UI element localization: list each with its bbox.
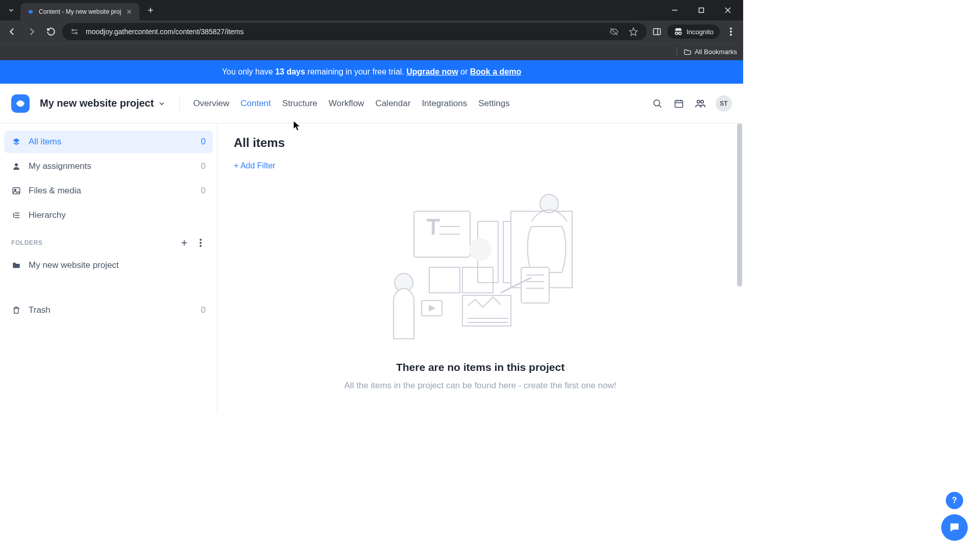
- svg-point-8: [72, 30, 74, 31]
- all-bookmarks-label: All Bookmarks: [695, 48, 737, 56]
- tab-workflow[interactable]: Workflow: [329, 98, 364, 109]
- svg-marker-13: [630, 28, 638, 36]
- hierarchy-icon: [11, 210, 21, 220]
- incognito-indicator[interactable]: Incognito: [667, 24, 720, 39]
- folders-label: FOLDERS: [11, 239, 43, 246]
- folder-icon: [11, 260, 21, 270]
- empty-state-illustration: T: [378, 191, 582, 349]
- sidebar-item-files-media[interactable]: Files & media 0: [4, 180, 213, 202]
- close-window-button[interactable]: [717, 2, 739, 18]
- sidebar-item-hierarchy[interactable]: Hierarchy: [4, 204, 213, 227]
- back-button[interactable]: [4, 23, 20, 40]
- banner-days: 13 days: [275, 67, 305, 76]
- tab-content[interactable]: Content: [240, 98, 271, 109]
- sidebar-item-all-items[interactable]: All items 0: [4, 131, 213, 153]
- svg-rect-61: [462, 295, 511, 326]
- svg-point-42: [200, 242, 202, 244]
- svg-point-32: [15, 163, 18, 166]
- bookmark-star-icon[interactable]: [626, 24, 641, 39]
- sidebar-trash-count: 0: [201, 305, 206, 315]
- maximize-button[interactable]: [690, 2, 713, 18]
- window-controls: [664, 2, 739, 18]
- project-name: My new website project: [40, 97, 154, 109]
- svg-point-20: [730, 31, 732, 33]
- sidebar-item-label: My assignments: [29, 161, 91, 171]
- all-bookmarks-button[interactable]: All Bookmarks: [683, 48, 737, 56]
- svg-point-16: [675, 32, 678, 35]
- browser-chrome: Content - My new website proj moodjoy.ga…: [0, 0, 743, 60]
- search-icon[interactable]: [651, 97, 664, 110]
- tab-overview[interactable]: Overview: [193, 98, 229, 109]
- svg-text:T: T: [427, 215, 440, 239]
- user-avatar[interactable]: ST: [716, 95, 732, 112]
- minimize-button[interactable]: [664, 2, 686, 18]
- tab-structure[interactable]: Structure: [282, 98, 317, 109]
- svg-point-41: [200, 239, 202, 241]
- forward-button[interactable]: [23, 23, 40, 40]
- svg-rect-33: [13, 188, 20, 194]
- sidebar-item-label: All items: [29, 137, 61, 147]
- tab-calendar[interactable]: Calendar: [375, 98, 410, 109]
- svg-point-19: [730, 28, 732, 30]
- chevron-down-icon: [158, 99, 166, 108]
- sidebar-folders-header: FOLDERS: [4, 229, 213, 252]
- empty-state-title: There are no items in this project: [396, 361, 565, 373]
- url-text: moodjoy.gathercontent.com/content/385827…: [86, 28, 602, 36]
- svg-point-21: [730, 34, 732, 36]
- svg-rect-24: [675, 101, 683, 107]
- header-divider: [179, 94, 180, 113]
- banner-prefix: You only have: [222, 67, 275, 76]
- calendar-icon[interactable]: [673, 97, 685, 110]
- add-folder-button[interactable]: [179, 238, 189, 248]
- people-icon[interactable]: [694, 97, 706, 110]
- browser-menu-button[interactable]: [723, 23, 739, 40]
- tab-favicon-icon: [27, 8, 35, 16]
- browser-tab[interactable]: Content - My new website proj: [20, 3, 139, 20]
- app-logo[interactable]: [11, 94, 30, 113]
- sidebar-item-trash[interactable]: Trash 0: [4, 299, 213, 321]
- address-bar-row: moodjoy.gathercontent.com/content/385827…: [0, 20, 743, 43]
- svg-point-28: [697, 100, 700, 103]
- nav-tabs: Overview Content Structure Workflow Cale…: [193, 98, 509, 109]
- svg-rect-59: [429, 267, 460, 293]
- sidebar-folder-item[interactable]: My new website project: [4, 254, 213, 277]
- image-icon: [11, 186, 21, 196]
- svg-point-29: [701, 100, 704, 103]
- tab-settings[interactable]: Settings: [478, 98, 509, 109]
- scrollbar[interactable]: [736, 123, 743, 414]
- svg-rect-52: [521, 267, 549, 303]
- header-actions: ST: [651, 95, 732, 112]
- sidebar-item-count: 0: [201, 186, 206, 196]
- person-icon: [11, 161, 21, 171]
- scrollbar-thumb[interactable]: [737, 123, 742, 287]
- bookmarks-divider: [677, 47, 677, 57]
- empty-state: T There: [234, 191, 727, 391]
- upgrade-link[interactable]: Upgrade now: [406, 67, 458, 76]
- add-filter-button[interactable]: + Add Filter: [234, 161, 275, 170]
- svg-marker-31: [13, 141, 20, 145]
- incognito-icon: [673, 27, 683, 37]
- sidebar-item-my-assignments[interactable]: My assignments 0: [4, 155, 213, 178]
- book-demo-link[interactable]: Book a demo: [470, 67, 521, 76]
- tab-title: Content - My new website proj: [39, 8, 121, 15]
- project-selector[interactable]: My new website project: [40, 97, 166, 109]
- site-info-icon[interactable]: [68, 26, 81, 38]
- sidebar-item-label: Hierarchy: [29, 210, 66, 220]
- sidebar: All items 0 My assignments 0 Files & med…: [0, 123, 217, 414]
- main-content: All items + Add Filter T: [217, 123, 743, 414]
- eye-off-icon[interactable]: [607, 24, 621, 39]
- trial-banner: You only have 13 days remaining in your …: [0, 60, 743, 84]
- close-icon[interactable]: [125, 8, 133, 16]
- side-panel-icon[interactable]: [650, 24, 664, 39]
- svg-point-64: [469, 238, 492, 261]
- reload-button[interactable]: [43, 23, 59, 40]
- address-bar[interactable]: moodjoy.gathercontent.com/content/385827…: [62, 23, 647, 40]
- new-tab-button[interactable]: [143, 3, 158, 17]
- svg-rect-14: [653, 29, 660, 35]
- tabs-dropdown[interactable]: [4, 3, 18, 17]
- bookmarks-bar: All Bookmarks: [0, 43, 743, 60]
- sidebar-item-count: 0: [201, 137, 206, 147]
- tab-integrations[interactable]: Integrations: [422, 98, 467, 109]
- folder-menu-button[interactable]: [195, 238, 206, 248]
- empty-state-subtitle: All the items in the project can be foun…: [345, 381, 617, 391]
